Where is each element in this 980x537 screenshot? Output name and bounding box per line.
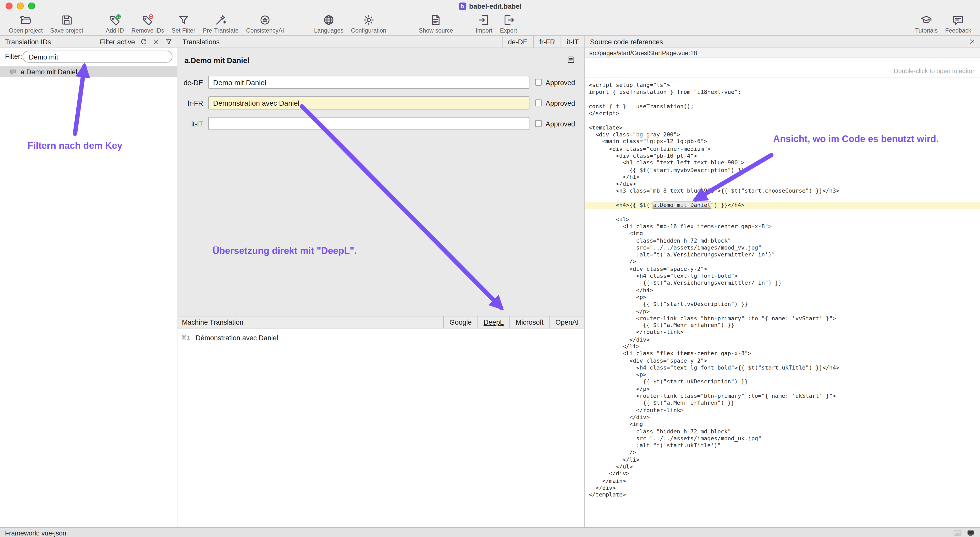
- gear-icon: [363, 14, 375, 26]
- filter-label: Filter:: [5, 53, 22, 60]
- code-line: <main class="lg:px-12 lg:pb-6">: [585, 139, 980, 146]
- framework-label: Framework: vue-json: [5, 529, 66, 536]
- code-line: <div class="space-y-2">: [585, 357, 980, 365]
- code-line: </script>: [585, 110, 980, 118]
- code-line: <img: [585, 230, 980, 237]
- toolbar-tutorials[interactable]: Tutorials: [915, 14, 938, 34]
- machine-translation-header: Machine Translation GoogleDeepLMicrosoft…: [178, 316, 585, 328]
- toolbar-label: Export: [500, 27, 517, 34]
- highlighted-translation-key[interactable]: a.Demo mit Daniel: [653, 202, 711, 208]
- machine-translation-results: ⌘1 Démonstration avec Daniel: [178, 329, 585, 527]
- globe-icon: [322, 14, 335, 26]
- toolbar-consistency-ai[interactable]: ConsistencyAI: [246, 14, 284, 34]
- toolbar-set-filter[interactable]: Set Filter: [172, 14, 196, 34]
- id-filter-input[interactable]: [22, 51, 172, 62]
- toolbar-feedback[interactable]: Feedback: [945, 14, 971, 34]
- language-tab-it-IT[interactable]: it-IT: [561, 36, 585, 48]
- translation-ids-body: Filter: a.Demo mit Daniel: [0, 48, 177, 527]
- code-line: import { useTranslation } from "i18next-…: [585, 89, 980, 96]
- translation-row-fr-FR: fr-FRApproved: [178, 96, 585, 110]
- code-line: </template>: [585, 492, 980, 499]
- tutorial-icon: [920, 14, 932, 26]
- keyboard-shortcuts-icon[interactable]: [953, 528, 962, 537]
- doc-icon: [430, 14, 442, 26]
- approved-checkbox[interactable]: [535, 120, 542, 127]
- language-tab-fr-FR[interactable]: fr-FR: [533, 36, 560, 48]
- code-line: </main>: [585, 478, 980, 485]
- toolbar-label: Feedback: [945, 27, 971, 34]
- toolbar-label: Add ID: [106, 27, 124, 34]
- code-view[interactable]: <script setup lang="ts">import { useTran…: [585, 77, 980, 527]
- source-file-reference[interactable]: src/pages/start/GuestStartPage.vue:18: [585, 48, 980, 58]
- code-line: />: [585, 449, 980, 456]
- mt-provider-tab-deepl[interactable]: DeepL: [477, 317, 509, 328]
- language-label: it-IT: [178, 117, 203, 131]
- code-line: </div>: [585, 485, 980, 492]
- language-label: fr-FR: [178, 96, 203, 110]
- toolbar-label: Languages: [314, 27, 344, 34]
- approved-checkbox[interactable]: [535, 99, 542, 107]
- feedback-icon: [952, 14, 965, 26]
- code-line: </div>: [585, 414, 980, 421]
- refresh-filter-icon[interactable]: [140, 38, 147, 45]
- mt-provider-tab-microsoft[interactable]: Microsoft: [509, 317, 549, 328]
- hint-row: Double-click to open in editor: [585, 58, 980, 78]
- translation-input-it-IT[interactable]: [208, 117, 530, 130]
- code-line: <div class="pb-10 pt-4">: [585, 153, 980, 160]
- code-line: [585, 96, 980, 104]
- toolbar-languages[interactable]: Languages: [314, 14, 344, 34]
- badge-icon: [259, 14, 271, 26]
- code-line: <ul>: [585, 216, 980, 223]
- code-line: />: [585, 258, 980, 266]
- clear-filter-icon[interactable]: [153, 38, 160, 45]
- toolbar-add-id[interactable]: Add ID: [106, 14, 124, 34]
- code-line: <h4 class="text-lg font-bold">{{ $t("sta…: [585, 365, 980, 372]
- translation-input-de-DE[interactable]: [208, 76, 530, 89]
- screen-icon[interactable]: [966, 528, 975, 537]
- mt-provider-tab-google[interactable]: Google: [443, 317, 477, 328]
- approved-label: Approved: [546, 117, 575, 131]
- editor-hint: Double-click to open in editor: [894, 67, 975, 74]
- code-line: </p>: [585, 386, 980, 393]
- translation-row-it-IT: it-ITApproved: [178, 117, 585, 131]
- toolbar-remove-ids[interactable]: Remove IDs: [132, 14, 164, 34]
- close-panel-icon[interactable]: [969, 38, 976, 45]
- titlebar: b babel-edit.babel: [0, 0, 980, 13]
- mt-result-row[interactable]: ⌘1 Démonstration avec Daniel: [178, 334, 585, 341]
- approved-checkbox[interactable]: [535, 79, 542, 86]
- toolbar-show-source[interactable]: Show source: [419, 14, 453, 34]
- toolbar-label: Set Filter: [172, 27, 196, 34]
- toolbar-pre-translate[interactable]: Pre-Translate: [203, 14, 239, 34]
- export-icon: [502, 14, 515, 26]
- filter-icon[interactable]: [165, 38, 172, 45]
- import-icon: [478, 14, 490, 26]
- toolbar-save-project[interactable]: Save project: [50, 14, 83, 34]
- toolbar-export[interactable]: Export: [500, 14, 517, 34]
- language-tab-de-DE[interactable]: de-DE: [502, 36, 533, 48]
- tag-minus-icon: [142, 14, 154, 26]
- translation-input-fr-FR[interactable]: [208, 96, 530, 110]
- code-line: <router-link class="btn-primary" :to="{ …: [585, 315, 980, 322]
- code-line: </h1>: [585, 174, 980, 181]
- code-line: <li class="flex items-center gap-x-8">: [585, 350, 980, 357]
- toolbar-label: Open project: [9, 27, 43, 34]
- language-tabs: de-DEfr-FRit-IT: [502, 36, 584, 48]
- translation-id-item[interactable]: a.Demo mit Daniel: [0, 67, 177, 77]
- code-line-highlighted: <h4>{{ $t("a.Demo mit Daniel") }}</h4>: [585, 202, 980, 209]
- code-line: src="../../assets/images/mood_uk.jpg": [585, 435, 980, 442]
- toolbar-right: TutorialsFeedback: [911, 14, 975, 34]
- code-line: {{ $t("a.Mehr erfahren") }}: [585, 400, 980, 407]
- code-line: <router-link class="btn-primary" :to="{ …: [585, 393, 980, 400]
- mt-provider-tab-openai[interactable]: OpenAI: [549, 317, 584, 328]
- code-line: <li class="mb-16 flex items-center gap-x…: [585, 223, 980, 230]
- toolbar-open-project[interactable]: Open project: [9, 14, 43, 34]
- translation-ids-header: Translation IDs Filter active: [0, 36, 177, 48]
- translations-body: a.Demo mit Daniel de-DEApprovedfr-FRAppr…: [178, 48, 585, 527]
- code-line: <p>: [585, 294, 980, 301]
- toolbar-configuration[interactable]: Configuration: [351, 14, 386, 34]
- id-list: a.Demo mit Daniel: [0, 67, 177, 77]
- code-line: {{ $t("start.vvDescription") }}: [585, 301, 980, 308]
- toolbar-import[interactable]: Import: [476, 14, 493, 34]
- code-line: {{ $t("a.Versicherungsvermittler/-in") }…: [585, 280, 980, 287]
- bubble-icon: [10, 68, 17, 75]
